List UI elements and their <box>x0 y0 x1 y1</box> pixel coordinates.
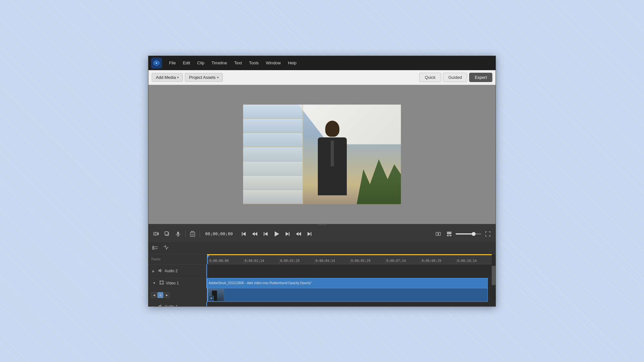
add-media-caret-icon: ▾ <box>177 76 179 79</box>
ruler-tick-5: 0;00;07;14 <box>385 259 421 264</box>
svg-marker-28 <box>286 232 289 236</box>
duplicate-icon[interactable] <box>163 229 172 238</box>
video-frame <box>243 105 401 204</box>
svg-rect-40 <box>153 248 154 249</box>
skip-start-button[interactable] <box>239 229 249 239</box>
svg-rect-34 <box>439 232 440 236</box>
video1-track: ▼ Video 1 <box>148 278 496 302</box>
fullscreen-icon[interactable] <box>483 229 492 238</box>
svg-rect-48 <box>162 283 163 284</box>
svg-rect-47 <box>160 283 161 284</box>
keyframe-next-button[interactable]: ▶ <box>164 292 170 298</box>
ruler-tick-1: 0;00;01;14 <box>244 259 279 264</box>
svg-rect-39 <box>153 246 154 247</box>
svg-marker-26 <box>275 231 279 237</box>
menu-text[interactable]: Text <box>231 59 245 67</box>
rewind-button[interactable] <box>250 229 260 239</box>
svg-marker-32 <box>308 232 311 236</box>
project-assets-button[interactable]: Project Assets ▾ <box>185 73 223 82</box>
keyframe-add-button[interactable]: ◆ <box>157 292 163 298</box>
video-person-silhouette <box>307 121 358 204</box>
svg-point-5 <box>155 233 156 235</box>
timeline-scrollbar[interactable] <box>492 265 496 278</box>
video1-track-label: ▼ Video 1 <box>148 278 206 288</box>
volume-track[interactable] <box>456 233 481 235</box>
menu-help[interactable]: Help <box>285 59 300 67</box>
menu-window[interactable]: Window <box>263 59 284 67</box>
audio2-track-content[interactable] <box>206 265 492 278</box>
svg-point-3 <box>156 62 157 64</box>
svg-rect-46 <box>162 281 163 282</box>
skip-end-button[interactable] <box>304 229 315 239</box>
view-expert-button[interactable]: Expert <box>469 73 492 82</box>
menu-items: File Edit Clip Timeline Text Tools Windo… <box>166 59 300 67</box>
app-logo <box>151 58 162 69</box>
svg-marker-23 <box>252 232 255 236</box>
layout-icon[interactable] <box>445 229 454 238</box>
delete-icon[interactable] <box>188 229 197 238</box>
ruler-tick-0: 0;00;00;00 <box>208 259 244 264</box>
add-media-label: Add Media <box>156 75 176 80</box>
narration-icon[interactable] <box>174 229 183 238</box>
svg-rect-38 <box>450 235 451 236</box>
menu-edit[interactable]: Edit <box>180 59 193 67</box>
volume-slider-area <box>456 233 481 235</box>
svg-rect-37 <box>447 235 449 236</box>
view-guided-button[interactable]: Guided <box>443 73 468 82</box>
ruler-tick-6: 0;00;08;29 <box>421 259 456 264</box>
snap-icon[interactable] <box>434 229 443 238</box>
video1-film-icon <box>159 280 164 286</box>
svg-marker-21 <box>242 232 246 236</box>
menu-bar: File Edit Clip Timeline Text Tools Windo… <box>148 56 496 70</box>
clip-action-icon[interactable] <box>209 296 214 301</box>
menu-tools[interactable]: Tools <box>246 59 262 67</box>
svg-rect-4 <box>154 232 157 235</box>
svg-rect-8 <box>165 232 168 235</box>
svg-marker-22 <box>255 232 257 236</box>
svg-marker-30 <box>298 232 301 236</box>
timeline-area: Tracks 0;00;00;00 0;00;01;14 0;00;02;29 … <box>148 242 496 306</box>
video1-label-text: Video 1 <box>166 281 179 285</box>
video1-clip-area[interactable]: AdobeStock_315212806 - dark video.mov Ru… <box>206 278 492 288</box>
svg-rect-10 <box>177 232 179 235</box>
transport-controls <box>239 229 315 239</box>
audio1-play-icon[interactable]: ▶ <box>151 304 156 306</box>
step-forward-button[interactable] <box>282 229 293 239</box>
svg-marker-29 <box>296 232 298 236</box>
audio1-track-content[interactable] <box>206 302 492 306</box>
audio2-label-text: Audio 2 <box>165 269 178 273</box>
menu-clip[interactable]: Clip <box>194 59 207 67</box>
svg-marker-24 <box>264 232 264 236</box>
timecode-display: 00;00;00;00 <box>203 231 235 236</box>
timeline-audio-icon[interactable] <box>162 244 170 252</box>
toolbar: Add Media ▾ Project Assets ▾ Quick Guide… <box>148 70 496 85</box>
timeline-ruler: 0;00;00;00 0;00;01;14 0;00;02;29 0;00;04… <box>207 259 492 264</box>
menu-timeline[interactable]: Timeline <box>208 59 231 67</box>
ruler-tick-2: 0;00;02;29 <box>279 259 315 264</box>
svg-marker-27 <box>289 232 289 236</box>
menu-file[interactable]: File <box>166 59 179 67</box>
svg-marker-43 <box>158 269 161 273</box>
video-clip-label: AdobeStock_315212806 - dark video.mov Ru… <box>209 281 312 285</box>
fast-forward-button[interactable] <box>293 229 304 239</box>
audio2-speaker-icon <box>158 268 163 274</box>
tracks-label: Tracks <box>151 257 161 261</box>
keyframe-prev-button[interactable]: ◀ <box>151 292 157 298</box>
video1-expand-button[interactable]: ▼ <box>151 280 157 286</box>
svg-rect-45 <box>160 281 161 282</box>
video1-sub-controls: ◀ ◆ ▶ <box>151 292 170 298</box>
timeline-settings-icon[interactable] <box>151 244 159 252</box>
svg-marker-51 <box>158 304 161 306</box>
audio1-speaker-icon <box>158 304 163 306</box>
step-back-button[interactable] <box>260 229 271 239</box>
svg-marker-20 <box>242 232 242 236</box>
view-quick-button[interactable]: Quick <box>419 73 441 82</box>
svg-marker-25 <box>264 232 268 236</box>
camera-icon[interactable] <box>152 229 161 238</box>
audio2-play-icon[interactable]: ▶ <box>151 268 156 274</box>
project-assets-caret-icon: ▾ <box>217 76 219 79</box>
add-media-button[interactable]: Add Media ▾ <box>152 73 183 82</box>
svg-rect-33 <box>436 232 438 236</box>
play-button[interactable] <box>271 229 282 239</box>
audio1-track-label: ▶ Audio 1 <box>148 302 206 306</box>
